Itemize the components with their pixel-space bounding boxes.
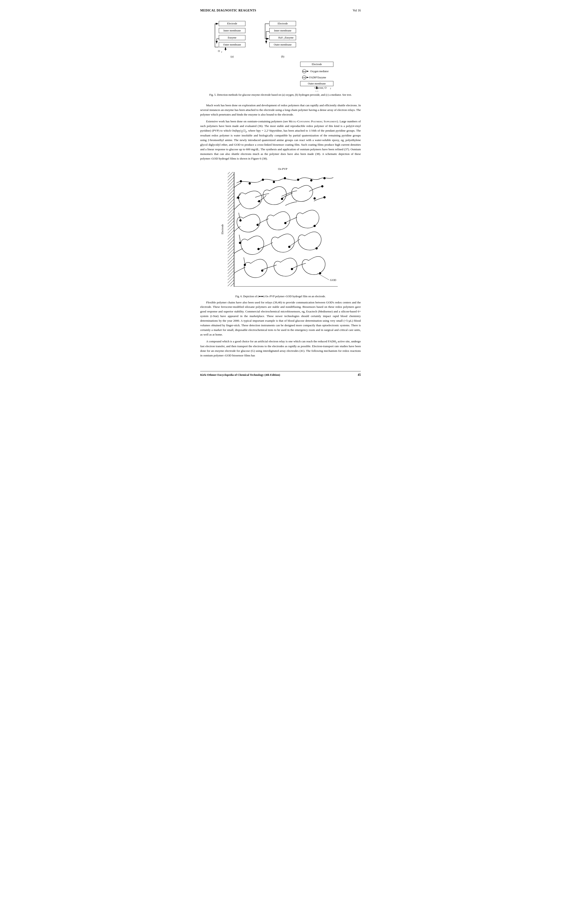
paragraph-1: Much work has been done on exploration a… [200,103,361,117]
svg-text:Electrode: Electrode [227,22,237,25]
figure-5-svg: Electrode Inner membrane Enzyme Outer me… [206,19,355,92]
svg-point-62 [261,270,263,272]
svg-text:2: 2 [284,37,285,39]
paragraph-4: A compound which is a good choice for an… [200,339,361,358]
svg-point-56 [237,196,239,199]
svg-point-60 [256,224,259,226]
svg-point-50 [262,178,264,181]
svg-text:(c): (c) [315,90,318,92]
header-volume: Vol 16 [352,9,361,12]
svg-point-64 [288,246,290,248]
svg-point-61 [257,248,260,250]
svg-point-59 [244,264,246,266]
svg-text:Glucose, O: Glucose, O [315,86,327,89]
svg-point-73 [323,196,326,198]
figure-6-container: Os-PVP Electrode [200,165,361,298]
svg-text:2: 2 [221,51,222,53]
svg-text:Outer membrane: Outer membrane [308,82,326,85]
svg-point-63 [284,222,286,224]
svg-text:2: 2 [316,76,317,78]
svg-text:Inner membrane: Inner membrane [224,29,241,32]
svg-line-74 [318,273,329,280]
svg-text:Oxygen mediator: Oxygen mediator [310,70,328,73]
svg-text:(b): (b) [281,55,284,58]
svg-point-67 [315,247,318,249]
paragraph-3: Flexible polymer chains have also been u… [200,300,361,337]
svg-point-52 [284,177,286,179]
svg-point-58 [239,242,241,244]
svg-point-51 [273,181,275,183]
fig6-god-label: GOD [330,278,336,282]
svg-point-70 [281,198,283,200]
svg-text:FAD: FAD [302,76,306,79]
svg-point-48 [240,180,242,182]
svg-text:Inner membrane: Inner membrane [274,29,291,32]
paragraph-2: Extensive work has been done on osmium-c… [200,119,361,161]
svg-text:O: O [218,50,220,52]
svg-text:(a): (a) [231,55,233,58]
svg-point-68 [319,272,321,274]
svg-rect-47 [234,172,234,286]
svg-text:Electrode: Electrode [278,22,288,25]
figure-5-container: Electrode Inner membrane Enzyme Outer me… [200,19,361,101]
svg-text:H₂0: H₂0 [278,36,283,39]
main-text-body-2: Flexible polymer chains have also been u… [200,300,361,358]
svg-text:2: 2 [330,87,331,90]
svg-point-65 [291,268,293,270]
fig6-caption: Fig. 6. Depiction of (●●●) Os–PVP polyme… [236,295,326,298]
svg-point-49 [249,182,251,184]
svg-point-66 [314,225,316,227]
svg-text:Enzyme: Enzyme [318,76,326,79]
svg-point-53 [297,178,299,181]
figure-6-svg: Os-PVP Electrode [214,165,346,293]
header-title: MEDICAL DIAGNOSTIC REAGENTS [200,9,256,12]
svg-point-72 [321,185,323,188]
footer-page-number: 45 [358,373,361,376]
svg-point-69 [258,200,260,202]
fig5-caption: Fig. 5. Detection methods for glucose en… [209,93,352,97]
footer-encyclopedia-title: Kirk-Othmer Encyclopedia of Chemical Tec… [200,373,280,376]
svg-point-54 [310,179,312,182]
svg-text:Red: Red [303,70,306,73]
svg-point-55 [323,177,326,179]
page-header: MEDICAL DIAGNOSTIC REAGENTS Vol 16 [200,9,361,12]
fig6-ospvp-label: Os-PVP [278,167,288,171]
svg-text:FADH: FADH [309,76,316,79]
fig6-electrode-label: Electrode [221,224,224,234]
svg-text:Outer membrane: Outer membrane [274,43,292,46]
page-footer: Kirk-Othmer Encyclopedia of Chemical Tec… [200,371,361,376]
svg-text:Enzyme: Enzyme [285,36,294,39]
svg-text:Enzyme: Enzyme [228,36,236,39]
svg-point-71 [314,197,316,200]
main-text-body: Much work has been done on exploration a… [200,103,361,161]
svg-rect-46 [228,172,234,286]
svg-text:Electrode: Electrode [312,63,322,66]
svg-text:Outer membrane: Outer membrane [223,43,241,46]
svg-point-57 [239,219,242,222]
